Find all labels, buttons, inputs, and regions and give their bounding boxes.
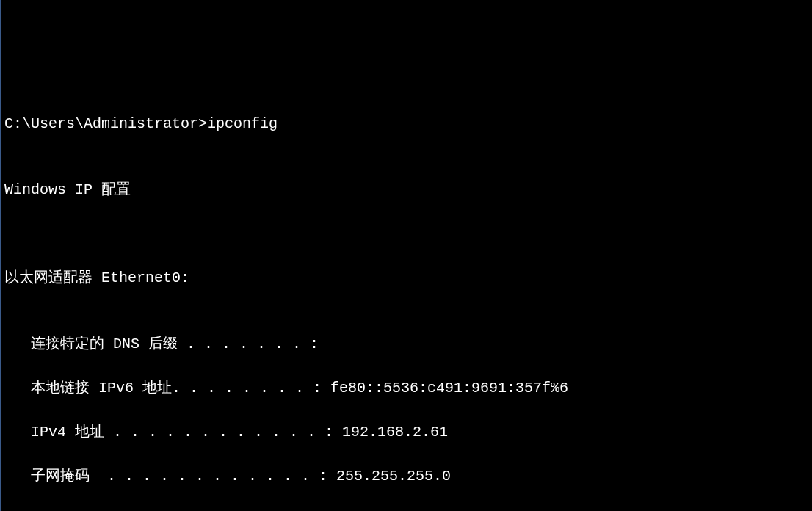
adapter-ethernet0-title: 以太网适配器 Ethernet0: <box>4 267 809 289</box>
ethernet0-subnet-mask-1: 子网掩码 . . . . . . . . . . . . : 255.255.2… <box>4 465 809 488</box>
ethernet0-ipv4-address-1: IPv4 地址 . . . . . . . . . . . . : 192.16… <box>4 421 809 443</box>
ethernet0-ipv6-link-local: 本地链接 IPv6 地址. . . . . . . . : fe80::5536… <box>4 377 809 399</box>
ip-config-header: Windows IP 配置 <box>4 179 809 201</box>
terminal-output[interactable]: C:\Users\Administrator>ipconfig Windows … <box>4 91 809 511</box>
ethernet0-dns-suffix: 连接特定的 DNS 后缀 . . . . . . . : <box>4 333 809 355</box>
prompt-line: C:\Users\Administrator>ipconfig <box>4 113 809 135</box>
